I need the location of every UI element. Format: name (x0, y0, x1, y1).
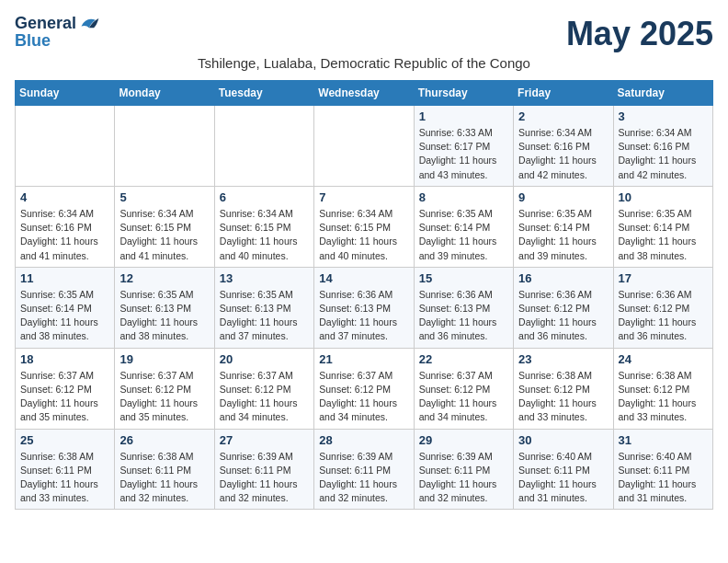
logo: General Blue (15, 15, 100, 51)
calendar-day-cell: 29Sunrise: 6:39 AM Sunset: 6:11 PM Dayli… (414, 429, 513, 510)
calendar-week-row: 1Sunrise: 6:33 AM Sunset: 6:17 PM Daylig… (16, 106, 713, 187)
day-detail: Sunrise: 6:37 AM Sunset: 6:12 PM Dayligh… (20, 369, 109, 425)
day-number: 17 (619, 271, 708, 285)
calendar-day-cell: 27Sunrise: 6:39 AM Sunset: 6:11 PM Dayli… (214, 429, 313, 510)
day-detail: Sunrise: 6:35 AM Sunset: 6:13 PM Dayligh… (119, 288, 209, 344)
day-number: 15 (419, 271, 508, 285)
day-detail: Sunrise: 6:39 AM Sunset: 6:11 PM Dayligh… (419, 450, 508, 506)
calendar-day-cell: 26Sunrise: 6:38 AM Sunset: 6:11 PM Dayli… (115, 429, 214, 510)
day-detail: Sunrise: 6:34 AM Sunset: 6:16 PM Dayligh… (20, 207, 109, 263)
day-detail: Sunrise: 6:39 AM Sunset: 6:11 PM Dayligh… (319, 450, 408, 506)
day-detail: Sunrise: 6:37 AM Sunset: 6:12 PM Dayligh… (119, 369, 209, 425)
calendar-day-cell: 11Sunrise: 6:35 AM Sunset: 6:14 PM Dayli… (16, 267, 115, 348)
top-row: General Blue May 2025 (15, 15, 713, 55)
day-detail: Sunrise: 6:40 AM Sunset: 6:11 PM Dayligh… (518, 450, 608, 506)
weekday-header-cell: Thursday (414, 81, 513, 106)
day-number: 19 (119, 352, 209, 366)
month-title: May 2025 (566, 15, 713, 53)
day-detail: Sunrise: 6:34 AM Sunset: 6:15 PM Dayligh… (220, 207, 309, 263)
calendar-day-cell: 20Sunrise: 6:37 AM Sunset: 6:12 PM Dayli… (214, 348, 313, 429)
day-detail: Sunrise: 6:38 AM Sunset: 6:12 PM Dayligh… (619, 369, 708, 425)
day-number: 25 (20, 433, 109, 447)
calendar-day-cell: 3Sunrise: 6:34 AM Sunset: 6:16 PM Daylig… (613, 106, 712, 187)
day-detail: Sunrise: 6:36 AM Sunset: 6:12 PM Dayligh… (619, 288, 708, 344)
day-number: 26 (119, 433, 209, 447)
calendar-week-row: 25Sunrise: 6:38 AM Sunset: 6:11 PM Dayli… (16, 429, 713, 510)
calendar-table: SundayMondayTuesdayWednesdayThursdayFrid… (15, 80, 713, 510)
day-number: 28 (319, 433, 408, 447)
calendar-day-cell: 5Sunrise: 6:34 AM Sunset: 6:15 PM Daylig… (115, 186, 214, 267)
day-number: 13 (220, 271, 309, 285)
calendar-day-cell: 19Sunrise: 6:37 AM Sunset: 6:12 PM Dayli… (115, 348, 214, 429)
day-number: 30 (518, 433, 608, 447)
weekday-header-cell: Monday (115, 81, 214, 106)
day-number: 18 (20, 352, 109, 366)
calendar-week-row: 11Sunrise: 6:35 AM Sunset: 6:14 PM Dayli… (16, 267, 713, 348)
calendar-day-cell: 7Sunrise: 6:34 AM Sunset: 6:15 PM Daylig… (314, 186, 414, 267)
day-number: 23 (518, 352, 608, 366)
day-detail: Sunrise: 6:36 AM Sunset: 6:12 PM Dayligh… (518, 288, 608, 344)
calendar-day-cell: 16Sunrise: 6:36 AM Sunset: 6:12 PM Dayli… (514, 267, 613, 348)
day-detail: Sunrise: 6:38 AM Sunset: 6:12 PM Dayligh… (518, 369, 608, 425)
day-detail: Sunrise: 6:35 AM Sunset: 6:13 PM Dayligh… (220, 288, 309, 344)
calendar-day-cell: 13Sunrise: 6:35 AM Sunset: 6:13 PM Dayli… (214, 267, 313, 348)
day-detail: Sunrise: 6:35 AM Sunset: 6:14 PM Dayligh… (419, 207, 508, 263)
day-detail: Sunrise: 6:37 AM Sunset: 6:12 PM Dayligh… (419, 369, 508, 425)
day-detail: Sunrise: 6:35 AM Sunset: 6:14 PM Dayligh… (20, 288, 109, 344)
calendar-day-cell: 18Sunrise: 6:37 AM Sunset: 6:12 PM Dayli… (16, 348, 115, 429)
calendar-day-cell: 6Sunrise: 6:34 AM Sunset: 6:15 PM Daylig… (214, 186, 313, 267)
day-detail: Sunrise: 6:34 AM Sunset: 6:16 PM Dayligh… (619, 126, 708, 182)
calendar-day-cell (214, 106, 313, 187)
day-number: 14 (319, 271, 408, 285)
calendar-day-cell: 2Sunrise: 6:34 AM Sunset: 6:16 PM Daylig… (514, 106, 613, 187)
calendar-day-cell (314, 106, 414, 187)
weekday-header-cell: Friday (514, 81, 613, 106)
day-number: 8 (419, 190, 508, 204)
weekday-header-cell: Tuesday (214, 81, 313, 106)
day-detail: Sunrise: 6:38 AM Sunset: 6:11 PM Dayligh… (119, 450, 209, 506)
calendar-day-cell: 15Sunrise: 6:36 AM Sunset: 6:13 PM Dayli… (414, 267, 513, 348)
day-number: 5 (119, 190, 209, 204)
logo-general: General (15, 15, 76, 33)
day-number: 7 (319, 190, 408, 204)
day-detail: Sunrise: 6:34 AM Sunset: 6:16 PM Dayligh… (518, 126, 608, 182)
calendar-day-cell: 9Sunrise: 6:35 AM Sunset: 6:14 PM Daylig… (514, 186, 613, 267)
day-detail: Sunrise: 6:35 AM Sunset: 6:14 PM Dayligh… (518, 207, 608, 263)
calendar-day-cell: 8Sunrise: 6:35 AM Sunset: 6:14 PM Daylig… (414, 186, 513, 267)
day-number: 22 (419, 352, 508, 366)
calendar-day-cell (115, 106, 214, 187)
weekday-header-cell: Sunday (16, 81, 115, 106)
logo-blue: Blue (15, 31, 100, 51)
calendar-day-cell: 21Sunrise: 6:37 AM Sunset: 6:12 PM Dayli… (314, 348, 414, 429)
day-number: 29 (419, 433, 508, 447)
calendar-week-row: 18Sunrise: 6:37 AM Sunset: 6:12 PM Dayli… (16, 348, 713, 429)
weekday-header-cell: Wednesday (314, 81, 414, 106)
day-detail: Sunrise: 6:36 AM Sunset: 6:13 PM Dayligh… (419, 288, 508, 344)
day-number: 12 (119, 271, 209, 285)
calendar-day-cell: 23Sunrise: 6:38 AM Sunset: 6:12 PM Dayli… (514, 348, 613, 429)
location-title: Tshilenge, Lualaba, Democratic Republic … (15, 55, 713, 71)
calendar-day-cell: 17Sunrise: 6:36 AM Sunset: 6:12 PM Dayli… (613, 267, 712, 348)
day-number: 21 (319, 352, 408, 366)
day-detail: Sunrise: 6:33 AM Sunset: 6:17 PM Dayligh… (419, 126, 508, 182)
day-detail: Sunrise: 6:35 AM Sunset: 6:14 PM Dayligh… (619, 207, 708, 263)
day-detail: Sunrise: 6:40 AM Sunset: 6:11 PM Dayligh… (619, 450, 708, 506)
calendar-day-cell: 14Sunrise: 6:36 AM Sunset: 6:13 PM Dayli… (314, 267, 414, 348)
calendar-day-cell: 31Sunrise: 6:40 AM Sunset: 6:11 PM Dayli… (613, 429, 712, 510)
day-number: 20 (220, 352, 309, 366)
calendar-day-cell: 1Sunrise: 6:33 AM Sunset: 6:17 PM Daylig… (414, 106, 513, 187)
day-number: 4 (20, 190, 109, 204)
day-number: 16 (518, 271, 608, 285)
day-number: 24 (619, 352, 708, 366)
day-number: 2 (518, 109, 608, 123)
day-detail: Sunrise: 6:34 AM Sunset: 6:15 PM Dayligh… (119, 207, 209, 263)
day-detail: Sunrise: 6:34 AM Sunset: 6:15 PM Dayligh… (319, 207, 408, 263)
calendar-day-cell: 25Sunrise: 6:38 AM Sunset: 6:11 PM Dayli… (16, 429, 115, 510)
calendar-day-cell: 22Sunrise: 6:37 AM Sunset: 6:12 PM Dayli… (414, 348, 513, 429)
day-detail: Sunrise: 6:38 AM Sunset: 6:11 PM Dayligh… (20, 450, 109, 506)
day-detail: Sunrise: 6:36 AM Sunset: 6:13 PM Dayligh… (319, 288, 408, 344)
day-number: 31 (619, 433, 708, 447)
calendar-day-cell: 24Sunrise: 6:38 AM Sunset: 6:12 PM Dayli… (613, 348, 712, 429)
day-detail: Sunrise: 6:37 AM Sunset: 6:12 PM Dayligh… (319, 369, 408, 425)
calendar-day-cell (16, 106, 115, 187)
